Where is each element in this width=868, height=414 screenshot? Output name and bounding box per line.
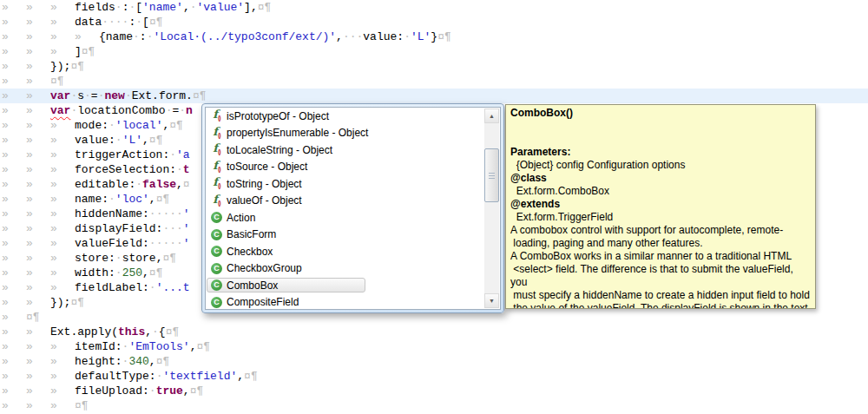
code-token: s bbox=[77, 89, 84, 102]
completion-item[interactable]: CBasicForm bbox=[206, 227, 500, 244]
tab-whitespace-marker: » bbox=[50, 384, 75, 398]
scrollbar-down-icon[interactable]: ▼ bbox=[484, 293, 499, 308]
code-token: value: bbox=[75, 134, 115, 147]
tab-whitespace-marker: » bbox=[2, 354, 26, 369]
doc-line: @extends bbox=[510, 198, 811, 211]
tab-whitespace-marker: » bbox=[50, 280, 75, 295]
code-token: height: bbox=[75, 355, 122, 368]
tab-whitespace-marker: » bbox=[26, 251, 50, 266]
code-line: »»»data····:·[¤¶ bbox=[0, 15, 868, 30]
completion-item-label: toString - Object bbox=[227, 178, 302, 190]
eol-marker: ¤¶ bbox=[258, 1, 272, 14]
tab-whitespace-marker: » bbox=[50, 44, 75, 59]
eol-marker: ¤¶ bbox=[169, 119, 183, 132]
completion-item-label: CompositeField bbox=[227, 296, 299, 308]
tab-whitespace-marker: » bbox=[50, 251, 75, 266]
code-token: · bbox=[115, 134, 122, 147]
code-token: forceSelection: bbox=[75, 163, 176, 176]
tab-whitespace-marker: » bbox=[50, 0, 75, 15]
code-token: · bbox=[169, 148, 176, 161]
code-token: · bbox=[179, 104, 186, 117]
tab-whitespace-marker: » bbox=[26, 384, 50, 398]
code-line: »»»]¤¶ bbox=[0, 44, 868, 59]
tab-whitespace-marker: » bbox=[26, 15, 50, 30]
tab-whitespace-marker: » bbox=[2, 89, 26, 103]
code-token: new bbox=[104, 89, 124, 102]
completion-item[interactable]: f()valueOf - Object bbox=[206, 193, 500, 210]
completion-item-label: propertyIsEnumerable - Object bbox=[227, 127, 368, 139]
tab-whitespace-marker: » bbox=[26, 354, 50, 369]
tab-whitespace-marker: » bbox=[26, 0, 50, 15]
doc-line: A ComboBox works in a similar manner to … bbox=[510, 250, 811, 263]
code-line: »»¤¶ bbox=[0, 74, 868, 89]
completion-item-label: Checkbox bbox=[227, 246, 273, 258]
completion-item[interactable]: f()toString - Object bbox=[206, 175, 500, 193]
code-token: · bbox=[108, 119, 115, 132]
class-icon: C bbox=[209, 279, 224, 291]
tab-whitespace-marker: » bbox=[26, 59, 50, 74]
completion-item[interactable]: f()isPrototypeOf - Object bbox=[206, 108, 500, 125]
tab-whitespace-marker: » bbox=[50, 177, 75, 192]
code-token: store: bbox=[75, 252, 115, 265]
tab-whitespace-marker: » bbox=[2, 59, 26, 74]
completion-item[interactable]: CCheckbox bbox=[206, 243, 500, 260]
tab-whitespace-marker: » bbox=[2, 398, 26, 413]
code-token: displayField: bbox=[75, 222, 162, 235]
tab-whitespace-marker: » bbox=[2, 280, 26, 295]
code-token: 'name' bbox=[142, 1, 183, 14]
tab-whitespace-marker: » bbox=[26, 118, 50, 133]
tab-whitespace-marker: » bbox=[50, 266, 75, 280]
eol-marker: ¤¶ bbox=[70, 60, 84, 73]
completion-item[interactable]: f()toSource - Object bbox=[206, 159, 500, 176]
doc-line: loading, paging and many other features. bbox=[510, 237, 811, 250]
completion-item[interactable]: CAction bbox=[206, 209, 500, 227]
tab-whitespace-marker: » bbox=[26, 30, 50, 44]
eol-marker: ¤¶ bbox=[437, 30, 451, 43]
doc-line bbox=[510, 120, 811, 133]
scrollbar-thumb[interactable] bbox=[484, 148, 499, 202]
code-token: 'Local·(../typo3conf/ext/)' bbox=[153, 30, 336, 43]
tab-whitespace-marker: » bbox=[26, 192, 50, 207]
tab-whitespace-marker: » bbox=[2, 177, 26, 192]
code-token: valueField: bbox=[75, 237, 149, 250]
code-token: true bbox=[156, 384, 183, 398]
code-token: 'local' bbox=[115, 119, 163, 132]
code-token: locationCombo bbox=[77, 104, 165, 117]
code-token: , bbox=[183, 384, 190, 398]
code-token: }); bbox=[50, 60, 70, 73]
completion-item[interactable]: CComboBox bbox=[206, 277, 500, 294]
code-token: , bbox=[149, 193, 156, 206]
code-token: ' bbox=[183, 207, 190, 220]
code-token: · bbox=[125, 89, 132, 102]
tab-whitespace-marker: » bbox=[2, 133, 26, 148]
code-token: ' bbox=[183, 222, 190, 235]
scrollbar-up-icon[interactable]: ▲ bbox=[484, 108, 499, 123]
tab-whitespace-marker: » bbox=[50, 369, 75, 384]
tab-whitespace-marker: » bbox=[50, 221, 75, 236]
code-token: · bbox=[152, 325, 159, 338]
function-icon: f() bbox=[209, 176, 224, 191]
editor-window: »»»fields·:·['name',·'value'],¤¶»»»data·… bbox=[0, 0, 868, 414]
tab-whitespace-marker: » bbox=[2, 44, 26, 59]
completion-item[interactable]: f()toLocaleString - Object bbox=[206, 141, 500, 159]
completion-item-label: ComboBox bbox=[227, 279, 278, 292]
eol-marker: ¤¶ bbox=[162, 252, 176, 265]
completion-list[interactable]: f()isPrototypeOf - Objectf()propertyIsEn… bbox=[205, 107, 501, 310]
code-token: var bbox=[50, 104, 70, 117]
code-token: , bbox=[149, 355, 156, 368]
code-token: this bbox=[118, 325, 145, 338]
completion-item[interactable]: f()propertyIsEnumerable - Object bbox=[206, 125, 500, 142]
completion-scrollbar[interactable]: ▲ ▼ bbox=[484, 108, 499, 308]
code-token: · bbox=[190, 1, 197, 14]
code-token: value: bbox=[363, 30, 404, 43]
code-token: name: bbox=[75, 193, 108, 206]
eol-marker: ¤¶ bbox=[50, 75, 64, 88]
code-token: : bbox=[140, 30, 147, 43]
tab-whitespace-marker: » bbox=[2, 30, 26, 44]
tab-whitespace-marker: » bbox=[26, 74, 50, 89]
code-line: »»»height:·340,¤¶ bbox=[0, 354, 868, 369]
completion-item[interactable]: CCompositeField bbox=[206, 294, 500, 311]
tab-whitespace-marker: » bbox=[2, 266, 26, 280]
doc-line: {Object} config Configuration options bbox=[510, 159, 811, 172]
completion-item[interactable]: CCheckboxGroup bbox=[206, 260, 500, 278]
